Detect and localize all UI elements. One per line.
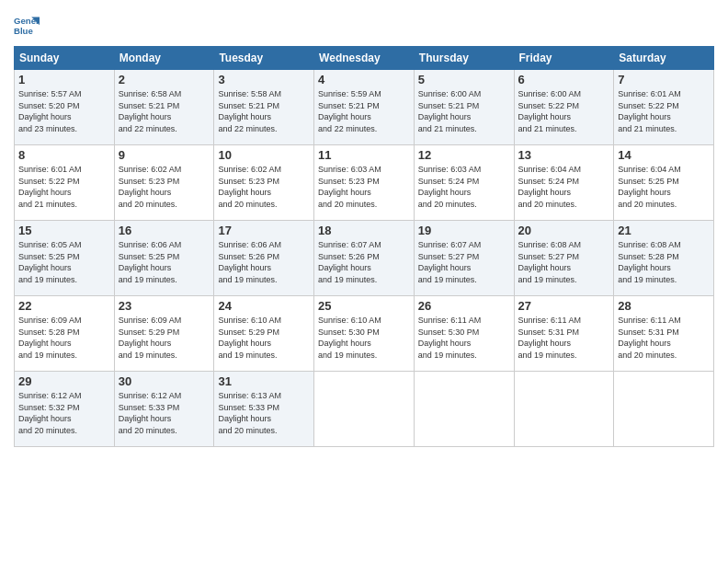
day-number: 17 bbox=[218, 224, 310, 237]
cell-info: Sunrise: 6:13 AM Sunset: 5:33 PM Dayligh… bbox=[218, 390, 310, 436]
calendar-cell: 12 Sunrise: 6:03 AM Sunset: 5:24 PM Dayl… bbox=[414, 145, 514, 221]
cell-info: Sunrise: 6:01 AM Sunset: 5:22 PM Dayligh… bbox=[18, 164, 110, 210]
calendar-cell: 23 Sunrise: 6:09 AM Sunset: 5:29 PM Dayl… bbox=[114, 296, 214, 372]
calendar-cell: 19 Sunrise: 6:07 AM Sunset: 5:27 PM Dayl… bbox=[414, 221, 514, 296]
cell-info: Sunrise: 6:06 AM Sunset: 5:26 PM Dayligh… bbox=[218, 239, 310, 285]
day-number: 12 bbox=[418, 148, 510, 162]
calendar-cell: 14 Sunrise: 6:04 AM Sunset: 5:25 PM Dayl… bbox=[614, 145, 714, 221]
day-number: 20 bbox=[518, 224, 610, 237]
svg-text:Blue: Blue bbox=[14, 26, 33, 36]
calendar-cell: 2 Sunrise: 6:58 AM Sunset: 5:21 PM Dayli… bbox=[114, 70, 214, 145]
day-number: 19 bbox=[418, 224, 510, 237]
calendar-cell bbox=[614, 372, 714, 447]
calendar-week-1: 8 Sunrise: 6:01 AM Sunset: 5:22 PM Dayli… bbox=[15, 145, 714, 221]
day-number: 26 bbox=[418, 299, 510, 313]
calendar-cell bbox=[514, 372, 614, 447]
col-header-tuesday: Tuesday bbox=[214, 47, 314, 70]
col-header-monday: Monday bbox=[114, 47, 214, 70]
calendar-cell: 20 Sunrise: 6:08 AM Sunset: 5:27 PM Dayl… bbox=[514, 221, 614, 296]
day-number: 1 bbox=[18, 73, 110, 86]
cell-info: Sunrise: 6:06 AM Sunset: 5:25 PM Dayligh… bbox=[119, 239, 210, 285]
cell-info: Sunrise: 6:07 AM Sunset: 5:26 PM Dayligh… bbox=[318, 239, 410, 285]
cell-info: Sunrise: 6:10 AM Sunset: 5:30 PM Dayligh… bbox=[318, 315, 410, 361]
day-number: 28 bbox=[618, 299, 710, 313]
cell-info: Sunrise: 6:08 AM Sunset: 5:28 PM Dayligh… bbox=[618, 239, 710, 285]
calendar-cell: 8 Sunrise: 6:01 AM Sunset: 5:22 PM Dayli… bbox=[15, 145, 115, 221]
calendar-cell: 27 Sunrise: 6:11 AM Sunset: 5:31 PM Dayl… bbox=[514, 296, 614, 372]
calendar-cell: 28 Sunrise: 6:11 AM Sunset: 5:31 PM Dayl… bbox=[614, 296, 714, 372]
cell-info: Sunrise: 6:07 AM Sunset: 5:27 PM Dayligh… bbox=[418, 239, 510, 285]
cell-info: Sunrise: 6:12 AM Sunset: 5:32 PM Dayligh… bbox=[18, 390, 110, 436]
cell-info: Sunrise: 6:03 AM Sunset: 5:23 PM Dayligh… bbox=[318, 164, 410, 210]
calendar-cell: 15 Sunrise: 6:05 AM Sunset: 5:25 PM Dayl… bbox=[15, 221, 115, 296]
calendar-week-0: 1 Sunrise: 5:57 AM Sunset: 5:20 PM Dayli… bbox=[15, 70, 714, 145]
day-number: 6 bbox=[518, 73, 610, 86]
col-header-wednesday: Wednesday bbox=[314, 47, 415, 70]
calendar-cell: 9 Sunrise: 6:02 AM Sunset: 5:23 PM Dayli… bbox=[114, 145, 214, 221]
day-number: 16 bbox=[119, 224, 210, 237]
calendar-cell: 6 Sunrise: 6:00 AM Sunset: 5:22 PM Dayli… bbox=[514, 70, 614, 145]
day-number: 5 bbox=[418, 73, 510, 86]
day-number: 25 bbox=[318, 299, 410, 313]
calendar-cell: 7 Sunrise: 6:01 AM Sunset: 5:22 PM Dayli… bbox=[614, 70, 714, 145]
calendar-cell: 30 Sunrise: 6:12 AM Sunset: 5:33 PM Dayl… bbox=[114, 372, 214, 447]
day-number: 14 bbox=[618, 148, 710, 162]
logo-icon: General Blue bbox=[14, 13, 40, 39]
calendar-cell: 26 Sunrise: 6:11 AM Sunset: 5:30 PM Dayl… bbox=[414, 296, 514, 372]
main-container: General Blue SundayMondayTuesdayWednesda… bbox=[0, 0, 728, 456]
cell-info: Sunrise: 6:02 AM Sunset: 5:23 PM Dayligh… bbox=[218, 164, 310, 210]
cell-info: Sunrise: 6:10 AM Sunset: 5:29 PM Dayligh… bbox=[218, 315, 310, 361]
cell-info: Sunrise: 6:02 AM Sunset: 5:23 PM Dayligh… bbox=[119, 164, 210, 210]
cell-info: Sunrise: 6:58 AM Sunset: 5:21 PM Dayligh… bbox=[119, 88, 210, 134]
day-number: 21 bbox=[618, 224, 710, 237]
calendar-cell: 13 Sunrise: 6:04 AM Sunset: 5:24 PM Dayl… bbox=[514, 145, 614, 221]
cell-info: Sunrise: 6:03 AM Sunset: 5:24 PM Dayligh… bbox=[418, 164, 510, 210]
cell-info: Sunrise: 6:01 AM Sunset: 5:22 PM Dayligh… bbox=[618, 88, 710, 134]
calendar-cell: 18 Sunrise: 6:07 AM Sunset: 5:26 PM Dayl… bbox=[314, 221, 415, 296]
col-header-sunday: Sunday bbox=[15, 47, 115, 70]
day-number: 4 bbox=[318, 73, 410, 86]
cell-info: Sunrise: 6:11 AM Sunset: 5:30 PM Dayligh… bbox=[418, 315, 510, 361]
calendar-cell bbox=[314, 372, 415, 447]
calendar-table: SundayMondayTuesdayWednesdayThursdayFrid… bbox=[14, 46, 714, 447]
cell-info: Sunrise: 6:04 AM Sunset: 5:25 PM Dayligh… bbox=[618, 164, 710, 210]
day-number: 31 bbox=[218, 374, 310, 388]
day-number: 13 bbox=[518, 148, 610, 162]
day-number: 7 bbox=[618, 73, 710, 86]
calendar-cell: 29 Sunrise: 6:12 AM Sunset: 5:32 PM Dayl… bbox=[15, 372, 115, 447]
day-number: 2 bbox=[119, 73, 210, 86]
day-number: 3 bbox=[218, 73, 310, 86]
calendar-cell: 11 Sunrise: 6:03 AM Sunset: 5:23 PM Dayl… bbox=[314, 145, 415, 221]
header-row: SundayMondayTuesdayWednesdayThursdayFrid… bbox=[15, 47, 714, 70]
calendar-cell: 5 Sunrise: 6:00 AM Sunset: 5:21 PM Dayli… bbox=[414, 70, 514, 145]
logo: General Blue bbox=[14, 13, 40, 39]
cell-info: Sunrise: 6:08 AM Sunset: 5:27 PM Dayligh… bbox=[518, 239, 610, 285]
header: General Blue bbox=[14, 9, 714, 39]
calendar-week-4: 29 Sunrise: 6:12 AM Sunset: 5:32 PM Dayl… bbox=[15, 372, 714, 447]
day-number: 22 bbox=[18, 299, 110, 313]
calendar-cell: 25 Sunrise: 6:10 AM Sunset: 5:30 PM Dayl… bbox=[314, 296, 415, 372]
cell-info: Sunrise: 6:11 AM Sunset: 5:31 PM Dayligh… bbox=[518, 315, 610, 361]
cell-info: Sunrise: 6:12 AM Sunset: 5:33 PM Dayligh… bbox=[119, 390, 210, 436]
cell-info: Sunrise: 6:00 AM Sunset: 5:21 PM Dayligh… bbox=[418, 88, 510, 134]
calendar-cell: 10 Sunrise: 6:02 AM Sunset: 5:23 PM Dayl… bbox=[214, 145, 314, 221]
calendar-cell: 3 Sunrise: 5:58 AM Sunset: 5:21 PM Dayli… bbox=[214, 70, 314, 145]
cell-info: Sunrise: 6:00 AM Sunset: 5:22 PM Dayligh… bbox=[518, 88, 610, 134]
cell-info: Sunrise: 5:57 AM Sunset: 5:20 PM Dayligh… bbox=[18, 88, 110, 134]
day-number: 8 bbox=[18, 148, 110, 162]
col-header-friday: Friday bbox=[514, 47, 614, 70]
calendar-week-3: 22 Sunrise: 6:09 AM Sunset: 5:28 PM Dayl… bbox=[15, 296, 714, 372]
day-number: 9 bbox=[119, 148, 210, 162]
calendar-cell: 31 Sunrise: 6:13 AM Sunset: 5:33 PM Dayl… bbox=[214, 372, 314, 447]
calendar-cell: 17 Sunrise: 6:06 AM Sunset: 5:26 PM Dayl… bbox=[214, 221, 314, 296]
col-header-saturday: Saturday bbox=[614, 47, 714, 70]
calendar-cell: 16 Sunrise: 6:06 AM Sunset: 5:25 PM Dayl… bbox=[114, 221, 214, 296]
cell-info: Sunrise: 6:05 AM Sunset: 5:25 PM Dayligh… bbox=[18, 239, 110, 285]
calendar-cell bbox=[414, 372, 514, 447]
calendar-cell: 4 Sunrise: 5:59 AM Sunset: 5:21 PM Dayli… bbox=[314, 70, 415, 145]
day-number: 27 bbox=[518, 299, 610, 313]
day-number: 18 bbox=[318, 224, 410, 237]
calendar-week-2: 15 Sunrise: 6:05 AM Sunset: 5:25 PM Dayl… bbox=[15, 221, 714, 296]
cell-info: Sunrise: 6:09 AM Sunset: 5:29 PM Dayligh… bbox=[119, 315, 210, 361]
cell-info: Sunrise: 6:09 AM Sunset: 5:28 PM Dayligh… bbox=[18, 315, 110, 361]
